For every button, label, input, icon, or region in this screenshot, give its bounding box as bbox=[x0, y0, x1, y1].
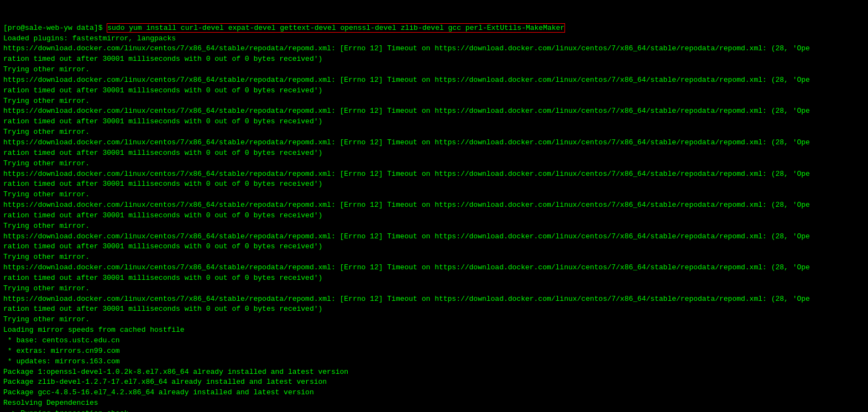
command-text: sudo yum install curl-devel expat-devel … bbox=[107, 23, 565, 33]
terminal-line: * extras: mirrors.cn99.com bbox=[3, 346, 865, 357]
terminal-line: --> Running transaction check bbox=[3, 409, 865, 412]
terminal-line: Trying other mirror. bbox=[3, 159, 865, 169]
terminal-line: ration timed out after 30001 millisecond… bbox=[3, 273, 865, 284]
terminal-line: https://download.docker.com/linux/centos… bbox=[3, 232, 865, 242]
terminal-line: Loaded plugins: fastestmirror, langpacks bbox=[3, 34, 865, 44]
terminal-line: Loading mirror speeds from cached hostfi… bbox=[3, 325, 865, 336]
terminal-line: Trying other mirror. bbox=[3, 315, 865, 325]
terminal-line: * updates: mirrors.163.com bbox=[3, 357, 865, 367]
terminal-line: Package 1:openssl-devel-1.0.2k-8.el7.x86… bbox=[3, 367, 865, 378]
terminal-line: Trying other mirror. bbox=[3, 190, 865, 200]
terminal-line: ration timed out after 30001 millisecond… bbox=[3, 242, 865, 252]
terminal-line: ration timed out after 30001 millisecond… bbox=[3, 54, 865, 65]
terminal-line: ration timed out after 30001 millisecond… bbox=[3, 148, 865, 159]
terminal-line: https://download.docker.com/linux/centos… bbox=[3, 106, 865, 117]
terminal-line: ration timed out after 30001 millisecond… bbox=[3, 179, 865, 190]
terminal-line: ration timed out after 30001 millisecond… bbox=[3, 117, 865, 127]
terminal-line: https://download.docker.com/linux/centos… bbox=[3, 75, 865, 86]
command-line: [pro@sale-web-yw data]$ sudo yum install… bbox=[3, 23, 865, 34]
terminal-line: ration timed out after 30001 millisecond… bbox=[3, 211, 865, 221]
terminal-line: Package zlib-devel-1.2.7-17.el7.x86_64 a… bbox=[3, 377, 865, 388]
terminal-line: https://download.docker.com/linux/centos… bbox=[3, 138, 865, 148]
terminal-line: https://download.docker.com/linux/centos… bbox=[3, 263, 865, 273]
terminal-line: Trying other mirror. bbox=[3, 252, 865, 263]
prompt: [pro@sale-web-yw data]$ bbox=[3, 24, 107, 32]
terminal-line: Trying other mirror. bbox=[3, 96, 865, 107]
terminal-line: Trying other mirror. bbox=[3, 65, 865, 75]
terminal-line: ration timed out after 30001 millisecond… bbox=[3, 304, 865, 315]
terminal-line: https://download.docker.com/linux/centos… bbox=[3, 44, 865, 54]
terminal: [pro@sale-web-yw data]$ sudo yum install… bbox=[0, 0, 868, 412]
terminal-line: Resolving Dependencies bbox=[3, 398, 865, 409]
terminal-line: Trying other mirror. bbox=[3, 221, 865, 232]
terminal-line: Package gcc-4.8.5-16.el7_4.2.x86_64 alre… bbox=[3, 388, 865, 398]
terminal-line: https://download.docker.com/linux/centos… bbox=[3, 169, 865, 180]
terminal-line: * base: centos.ustc.edu.cn bbox=[3, 336, 865, 346]
terminal-line: https://download.docker.com/linux/centos… bbox=[3, 200, 865, 211]
terminal-line: https://download.docker.com/linux/centos… bbox=[3, 294, 865, 305]
terminal-content: [pro@sale-web-yw data]$ sudo yum install… bbox=[3, 23, 865, 412]
terminal-line: Trying other mirror. bbox=[3, 284, 865, 294]
terminal-line: Trying other mirror. bbox=[3, 127, 865, 138]
terminal-line: ration timed out after 30001 millisecond… bbox=[3, 86, 865, 96]
